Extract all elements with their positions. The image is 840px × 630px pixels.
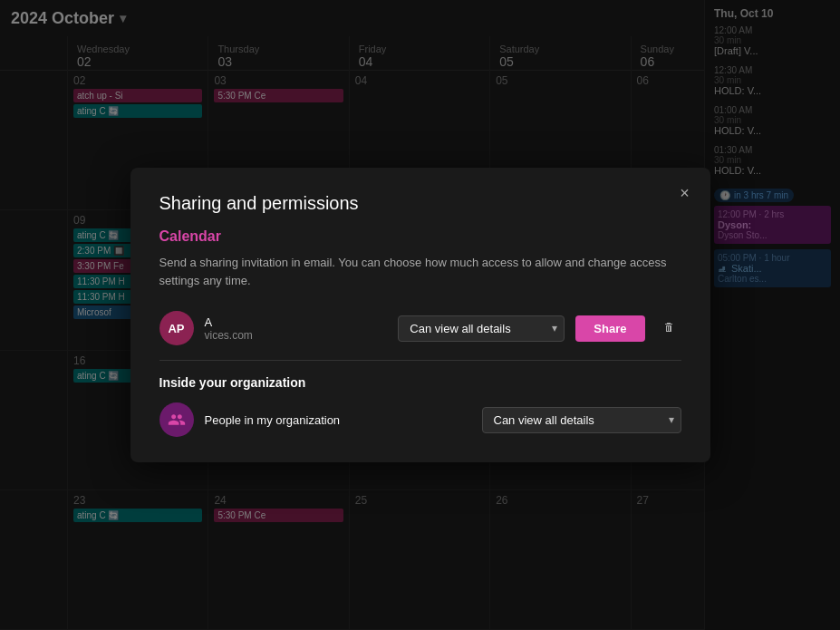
permission-select-wrapper[interactable]: Can view all details Can edit Can view w… — [398, 315, 565, 342]
user-avatar: AP — [159, 311, 194, 345]
people-icon — [168, 411, 186, 429]
avatar-initials: AP — [168, 322, 184, 335]
user-info: A vices.com — [205, 315, 388, 342]
modal-description: Send a sharing invitation in email. You … — [159, 254, 681, 289]
org-permission-dropdown[interactable]: Can view all details Can edit Can view w… — [482, 407, 681, 433]
share-button[interactable]: Share — [575, 315, 644, 342]
org-icon — [159, 402, 194, 437]
org-row: People in my organization Can view all d… — [159, 402, 681, 437]
org-label: People in my organization — [205, 413, 471, 427]
sharing-permissions-modal: × Sharing and permissions Calendar Send … — [130, 168, 710, 462]
permission-dropdown[interactable]: Can view all details Can edit Can view w… — [398, 315, 565, 342]
user-name-text: A — [205, 315, 213, 329]
delete-button[interactable] — [656, 317, 681, 339]
modal-calendar-label: Calendar — [159, 228, 681, 245]
modal-close-button[interactable]: × — [672, 180, 698, 206]
user-name: A — [205, 315, 388, 329]
share-row: AP A vices.com Can view all details Can … — [159, 311, 681, 361]
modal-overlay: × Sharing and permissions Calendar Send … — [0, 0, 840, 630]
user-email: vices.com — [205, 329, 388, 342]
modal-title: Sharing and permissions — [159, 193, 681, 214]
inside-org-section-title: Inside your organization — [159, 375, 681, 390]
trash-icon — [661, 321, 676, 335]
org-permission-select-wrapper[interactable]: Can view all details Can edit Can view w… — [482, 407, 681, 433]
